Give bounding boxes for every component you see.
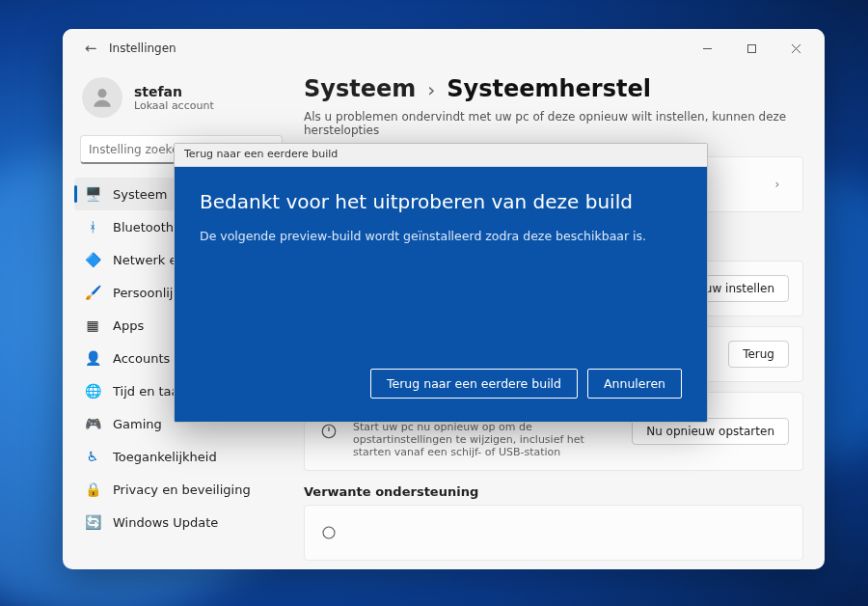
dialog-heading: Bedankt voor het uitproberen van deze bu… [200, 190, 682, 213]
sidebar-item-label: Systeem [113, 187, 167, 202]
breadcrumb: Systeem › Systeemherstel [294, 75, 803, 106]
page-title: Systeemherstel [447, 75, 651, 102]
dialog-body-text: De volgende preview-build wordt geïnstal… [200, 229, 682, 243]
svg-point-6 [323, 527, 335, 538]
minimize-button[interactable] [686, 34, 728, 63]
breadcrumb-parent[interactable]: Systeem [304, 75, 416, 102]
apps-icon: ▦ [84, 317, 101, 334]
sidebar-item-label: Apps [113, 318, 144, 333]
help-icon [318, 525, 339, 540]
power-icon [318, 423, 339, 440]
sidebar-item-privacy[interactable]: 🔒Privacy en beveiliging [74, 473, 288, 506]
sidebar-item-label: Accounts [113, 351, 170, 366]
support-card[interactable] [304, 505, 803, 561]
user-profile[interactable]: stefan Lokaal account [74, 75, 288, 131]
sidebar-item-label: Windows Update [113, 515, 218, 530]
system-icon: 🖥️ [84, 185, 101, 203]
titlebar: ← Instellingen [63, 29, 825, 68]
network-icon: 🔷 [84, 251, 101, 268]
window-title: Instellingen [109, 41, 176, 55]
svg-point-4 [97, 89, 106, 97]
accessibility-icon: ♿ [84, 448, 101, 465]
gaming-icon: 🎮 [84, 415, 101, 432]
sidebar-item-accessibility[interactable]: ♿Toegankelijkheid [74, 440, 288, 473]
sidebar-item-update[interactable]: 🔄Windows Update [74, 506, 288, 538]
go-back-button[interactable]: Terug [728, 341, 789, 368]
back-button[interactable]: ← [80, 40, 101, 57]
chevron-right-icon: › [427, 78, 435, 101]
user-subtitle: Lokaal account [134, 99, 214, 112]
sidebar-item-label: Privacy en beveiliging [113, 482, 251, 497]
dialog-cancel-button[interactable]: Annuleren [587, 369, 682, 399]
dialog-title: Terug naar een eerdere build [175, 144, 707, 167]
update-icon: 🔄 [84, 513, 101, 531]
close-button[interactable] [774, 34, 817, 63]
sidebar-item-label: Tijd en taal [113, 384, 182, 399]
lock-icon: 🔒 [84, 481, 101, 498]
card-subtitle: Start uw pc nu opnieuw op om de opstarti… [353, 421, 618, 458]
go-back-dialog: Terug naar een eerdere build Bedankt voo… [174, 143, 708, 423]
user-name: stefan [134, 84, 214, 99]
paint-icon: 🖌️ [84, 284, 101, 301]
svg-rect-1 [747, 44, 755, 52]
accounts-icon: 👤 [84, 349, 101, 367]
maximize-button[interactable] [730, 34, 773, 63]
dialog-primary-button[interactable]: Terug naar een eerdere build [370, 369, 578, 399]
avatar-icon [82, 77, 122, 118]
section-heading: Verwante ondersteuning [304, 484, 803, 499]
bluetooth-icon: ᚼ [84, 218, 101, 235]
chevron-right-icon: › [766, 178, 789, 191]
sidebar-item-label: Toegankelijkheid [113, 450, 217, 464]
sidebar-item-label: Gaming [113, 417, 162, 431]
globe-icon: 🌐 [84, 382, 101, 399]
